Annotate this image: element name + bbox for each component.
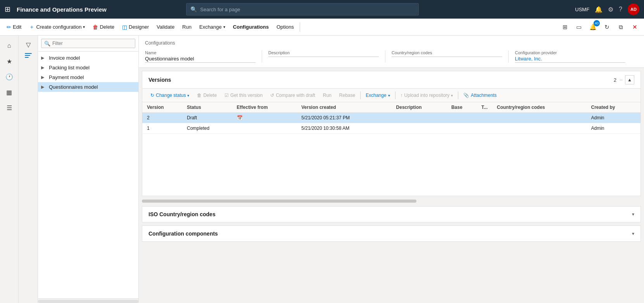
versions-empty-space	[142, 134, 641, 196]
delete-icon: 🗑	[93, 24, 98, 30]
scroll-thumb	[142, 200, 416, 203]
run-button[interactable]: Run	[179, 22, 195, 32]
row-version-created-2: 5/21/2020 05:21:37 PM	[298, 113, 393, 123]
calendar-icon[interactable]: 📅	[237, 115, 243, 121]
upload-into-repository-button[interactable]: ↑ Upload into repository ▾	[397, 91, 457, 100]
table-row[interactable]: 1 Completed 5/21/2020 10:30:58 AM Admin	[142, 123, 641, 134]
iso-collapse-arrow: ▾	[632, 212, 634, 217]
versions-delete-icon: 🗑	[197, 93, 202, 98]
configurations-button[interactable]: Configurations	[230, 22, 272, 32]
attachment-icon: 📎	[463, 93, 469, 98]
config-name-value[interactable]: Questionnaires model	[145, 56, 256, 63]
tree-item-payment-model[interactable]: ▶ Payment model	[38, 72, 138, 82]
config-description-label: Description	[268, 50, 379, 55]
search-input[interactable]	[200, 7, 414, 12]
row-description-2	[393, 113, 448, 123]
versions-nav-up[interactable]: ▲	[625, 75, 634, 84]
toolbar-separator	[300, 22, 300, 32]
versions-table-header: Version Status Effective from Version cr…	[142, 102, 641, 113]
create-config-dropdown-icon: ▾	[83, 25, 85, 29]
compare-icon: ↺	[270, 93, 274, 98]
versions-delete-button[interactable]: 🗑 Delete	[193, 91, 220, 100]
tree-horizontal-scrollbar[interactable]	[38, 298, 138, 303]
options-button[interactable]: Options	[273, 22, 297, 32]
col-status: Status	[184, 102, 234, 113]
attachments-button[interactable]: 📎 Attachments	[460, 91, 500, 100]
waffle-icon[interactable]: ⊞	[5, 5, 10, 14]
iso-section-header[interactable]: ISO Country/region codes ▾	[142, 207, 641, 222]
exchange-dropdown-icon: ▾	[223, 25, 225, 29]
tree-filter-input[interactable]	[41, 39, 135, 48]
filter-lines-icon[interactable]	[22, 51, 34, 60]
tree-item-packing-list-model[interactable]: ▶ Packing list model	[38, 63, 138, 72]
validate-button[interactable]: Validate	[153, 22, 178, 32]
view-mode-icon[interactable]: ▭	[573, 21, 585, 33]
tree-item-invoice-model[interactable]: ▶ Invoice model	[38, 53, 138, 63]
col-t: T...	[478, 102, 494, 113]
upload-dropdown: ▾	[451, 93, 453, 98]
versions-exchange-button[interactable]: Exchange ▾	[362, 91, 393, 100]
filter-panel: ▽	[19, 36, 38, 303]
expand-arrow-invoice: ▶	[41, 55, 47, 60]
versions-toolbar-sep3	[458, 91, 458, 99]
sidebar-item-home[interactable]: ⌂	[2, 39, 16, 53]
get-this-version-button[interactable]: ☑ Get this version	[221, 91, 266, 100]
rebase-button[interactable]: Rebase	[336, 91, 359, 100]
versions-table-body: 2 Draft 📅 5/21/2020 05:21:37 PM Admin	[142, 113, 641, 134]
compare-with-draft-button[interactable]: ↺ Compare with draft	[267, 91, 318, 100]
row-version-1: 1	[144, 123, 184, 134]
config-provider-value[interactable]: Litware, Inc.	[515, 56, 625, 63]
search-bar[interactable]: 🔍	[186, 3, 419, 15]
notifications-count-icon[interactable]: 🔔 40	[587, 21, 599, 33]
sidebar-item-favorites[interactable]: ★	[2, 54, 16, 68]
avatar[interactable]: AD	[628, 3, 639, 15]
config-name-label: Name	[145, 50, 256, 55]
filter-icon[interactable]: ▽	[24, 39, 33, 51]
filter-line-3	[25, 57, 29, 58]
config-description-field: Description	[268, 50, 385, 63]
tree-items: ▶ Invoice model ▶ Packing list model ▶ P…	[38, 52, 138, 298]
sidebar-item-workspaces[interactable]: ▦	[2, 85, 16, 99]
row-base-2	[448, 113, 478, 123]
delete-button[interactable]: 🗑 Delete	[89, 22, 118, 32]
main-toolbar: ✏ Edit ＋ Create configuration ▾ 🗑 Delete…	[0, 19, 644, 36]
refresh-icon[interactable]: ↻	[601, 21, 613, 33]
create-configuration-button[interactable]: ＋ Create configuration ▾	[26, 22, 88, 33]
table-row[interactable]: 2 Draft 📅 5/21/2020 05:21:37 PM Admin	[142, 113, 641, 123]
change-status-button[interactable]: ↻ Change status ▾	[147, 91, 193, 100]
versions-title: Versions	[148, 77, 614, 83]
open-new-window-icon[interactable]: ⧉	[615, 21, 627, 33]
edit-button[interactable]: ✏ Edit	[3, 22, 25, 32]
sidebar-item-recent[interactable]: 🕐	[2, 70, 16, 84]
config-components-header[interactable]: Configuration components ▾	[142, 226, 641, 241]
versions-table-wrapper: Version Status Effective from Version cr…	[142, 102, 641, 134]
config-components-title: Configuration components	[148, 231, 218, 237]
tree-search-icon: 🔍	[44, 41, 50, 46]
config-header: Configurations Name Questionnaires model…	[139, 36, 644, 68]
sidebar-item-modules[interactable]: ☰	[2, 101, 16, 115]
filter-line-2	[25, 55, 30, 56]
config-description-value[interactable]	[268, 56, 379, 57]
top-bar: ⊞ Finance and Operations Preview 🔍 USMF …	[0, 0, 644, 19]
search-icon: 🔍	[190, 6, 197, 12]
settings-icon[interactable]: ⚙	[608, 6, 613, 13]
config-country-field: Country/region codes	[392, 50, 509, 63]
personalize-icon[interactable]: ⊞	[559, 21, 571, 33]
versions-toolbar-sep2	[395, 91, 395, 99]
horizontal-scrollbar[interactable]	[142, 199, 641, 203]
help-icon[interactable]: ?	[619, 6, 622, 13]
designer-icon: ◫	[122, 24, 127, 30]
designer-button[interactable]: ◫ Designer	[119, 22, 152, 32]
notification-badge: 40	[594, 20, 600, 26]
versions-run-button[interactable]: Run	[319, 91, 335, 100]
config-country-value[interactable]	[392, 56, 502, 57]
col-base: Base	[448, 102, 478, 113]
config-fields: Name Questionnaires model Description Co…	[145, 50, 638, 63]
exchange-button[interactable]: Exchange ▾	[196, 22, 229, 32]
col-version-created: Version created	[298, 102, 393, 113]
notification-icon[interactable]: 🔔	[595, 6, 603, 13]
tree-item-questionnaires-model[interactable]: ▶ Questionnaires model	[38, 82, 138, 92]
close-icon[interactable]: ✕	[628, 21, 641, 33]
row-country-1	[494, 123, 588, 134]
versions-exchange-dropdown: ▾	[388, 93, 390, 98]
